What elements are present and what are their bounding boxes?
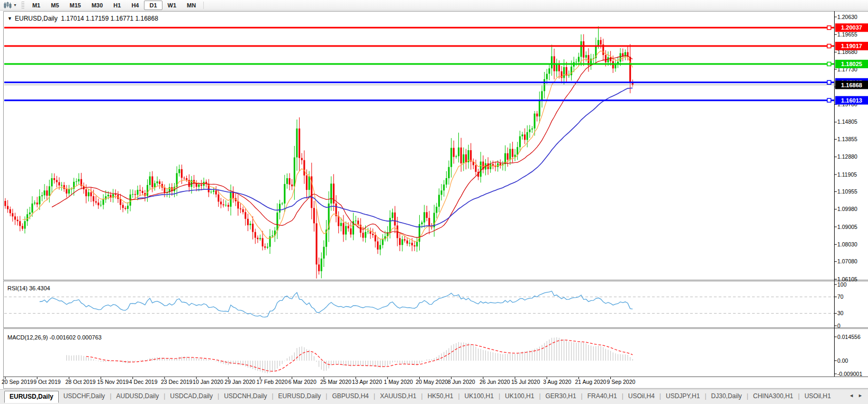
svg-text:1.16868: 1.16868 xyxy=(841,82,862,88)
chart-tab-dj30-daily[interactable]: DJ30,Daily xyxy=(707,391,747,402)
chart-window[interactable]: 1.206301.196551.186801.177301.167551.157… xyxy=(0,11,868,389)
date-axis-label: 10 Jan 2020 xyxy=(193,379,223,385)
rsi-axis-label: 0 xyxy=(837,323,840,329)
timeframe-button-m5[interactable]: M5 xyxy=(46,1,64,10)
timeframe-button-m30[interactable]: M30 xyxy=(86,1,108,10)
date-axis-label: 13 Apr 2020 xyxy=(352,379,382,385)
chart-tab-bar: EURUSD,DailyUSDCHF,Daily|AUDUSD,Daily|US… xyxy=(0,389,868,404)
tabs-scroll-right-icon[interactable]: ► xyxy=(858,393,863,398)
chevron-down-icon[interactable]: ▼ xyxy=(13,3,17,7)
date-axis-label: 23 Dec 2019 xyxy=(161,379,193,385)
date-axis-label: 1 May 2020 xyxy=(384,379,413,385)
chart-tab-usdjpy-h1[interactable]: USDJPY,H1 xyxy=(661,391,704,402)
price-axis-label: 1.14805 xyxy=(837,118,857,125)
price-axis-label: 1.09005 xyxy=(837,224,857,230)
timeframe-button-d1[interactable]: D1 xyxy=(144,1,162,10)
date-axis-label: 8 Jun 2020 xyxy=(448,379,475,385)
chart-tab-eurusd-daily[interactable]: EURUSD,Daily xyxy=(274,391,326,402)
date-axis-label: 15 Nov 2019 xyxy=(97,379,129,385)
chart-type-button[interactable]: ▼ xyxy=(2,1,19,10)
price-axis-label: 1.10955 xyxy=(837,188,857,195)
macd-axis-label: 0.014556 xyxy=(837,334,861,340)
macd-axis-label: -0.009001 xyxy=(837,371,862,377)
chart-tab-usdcnh-daily[interactable]: USDCNH,Daily xyxy=(219,391,272,402)
date-axis-label: 3 Aug 2020 xyxy=(543,379,571,385)
tabs-scroll-left-icon[interactable]: ◄ xyxy=(849,393,854,398)
svg-text:1.20037: 1.20037 xyxy=(841,24,862,31)
price-axis-label: 1.07080 xyxy=(837,258,857,264)
chart-tab-hk50-h1[interactable]: HK50,H1 xyxy=(423,391,458,402)
svg-text:1.16013: 1.16013 xyxy=(841,97,862,104)
timeframe-button-h1[interactable]: H1 xyxy=(108,1,126,10)
timeframe-toolbar: ▼ M1M5M15M30H1H4D1W1MN xyxy=(0,0,868,11)
chart-tab-audusd-daily[interactable]: AUDUSD,Daily xyxy=(112,391,164,402)
date-axis-label: 26 Jun 2020 xyxy=(480,379,510,385)
date-axis-label: 6 Mar 2020 xyxy=(288,379,317,385)
date-axis-label: 4 Dec 2019 xyxy=(129,379,158,385)
hline-handle[interactable] xyxy=(827,62,831,66)
window-menu-caret-icon[interactable]: ▼ xyxy=(7,16,12,21)
chart-tab-china300-h1[interactable]: CHINA300,H1 xyxy=(748,391,798,402)
macd-axis-label: 0.00 xyxy=(837,357,848,364)
date-axis-label: 9 Oct 2019 xyxy=(33,379,61,385)
hline-handle[interactable] xyxy=(827,98,831,102)
macd-label: MACD(12,26,9) -0.001602 0.000763 xyxy=(7,334,102,341)
svg-text:1.19017: 1.19017 xyxy=(841,43,862,49)
rsi-axis-label: 70 xyxy=(837,293,844,300)
date-axis-label: 28 Oct 2019 xyxy=(65,379,95,385)
chart-tab-usdcad-daily[interactable]: USDCAD,Daily xyxy=(165,391,218,402)
rsi-label: RSI(14) 36.4304 xyxy=(7,285,50,291)
price-axis-label: 1.11905 xyxy=(837,171,857,178)
rsi-axis-label: 100 xyxy=(837,281,847,288)
chart-tab-usoil-h1[interactable]: USOil,H1 xyxy=(800,391,836,402)
chart-tab-uk100-h1[interactable]: UK100,H1 xyxy=(500,391,539,402)
date-axis-label: 21 Aug 2020 xyxy=(575,379,606,385)
price-axis-label: 1.19655 xyxy=(837,31,857,38)
hline-handle[interactable] xyxy=(827,44,831,48)
chart-tab-eurusd-daily[interactable]: EURUSD,Daily xyxy=(4,391,59,403)
timeframe-button-m15[interactable]: M15 xyxy=(65,1,86,10)
date-axis-label: 17 Feb 2020 xyxy=(257,379,288,385)
date-axis-label: 9 Sep 2020 xyxy=(607,379,636,385)
price-chart-canvas[interactable]: 1.206301.196551.186801.177301.167551.157… xyxy=(0,11,868,389)
timeframe-button-m1[interactable]: M1 xyxy=(27,1,46,10)
chart-tab-usdchf-daily[interactable]: USDCHF,Daily xyxy=(59,391,110,402)
date-axis-label: 15 Jul 2020 xyxy=(511,379,540,385)
chart-title: EURUSD,Daily 1.17014 1.17159 1.16771 1.1… xyxy=(15,15,158,22)
price-axis-label: 1.09980 xyxy=(837,206,857,212)
date-axis-label: 25 Mar 2020 xyxy=(320,379,351,385)
chart-tab-ger30-h1[interactable]: GER30,H1 xyxy=(541,391,581,402)
price-axis-label: 1.13855 xyxy=(837,136,857,142)
candlestick-chart-icon xyxy=(4,2,12,9)
toolbar-grip[interactable] xyxy=(21,2,24,9)
toolbar-separator xyxy=(203,2,204,9)
price-axis-label: 1.08030 xyxy=(837,241,857,247)
date-axis-label: 20 May 2020 xyxy=(416,379,448,385)
hline-handle[interactable] xyxy=(827,26,831,30)
chart-tab-fra40-h1[interactable]: FRA40,H1 xyxy=(583,391,622,402)
chart-tab-uk100-h1[interactable]: UK100,H1 xyxy=(460,391,499,402)
date-axis-label: 20 Sep 2019 xyxy=(2,379,33,385)
chart-tab-usoil-h4[interactable]: USOil,H4 xyxy=(623,391,659,402)
price-axis-label: 1.20630 xyxy=(837,14,857,20)
timeframe-button-mn[interactable]: MN xyxy=(182,1,201,10)
timeframe-button-h4[interactable]: H4 xyxy=(126,1,144,10)
chart-tab-gbpusd-h4[interactable]: GBPUSD,H4 xyxy=(327,391,373,402)
rsi-axis-label: 30 xyxy=(837,310,844,316)
price-axis-label: 1.12880 xyxy=(837,153,857,160)
svg-text:1.18025: 1.18025 xyxy=(841,61,862,67)
chart-tab-xauusd-h1[interactable]: XAUUSD,H1 xyxy=(375,391,421,402)
hline-handle[interactable] xyxy=(827,80,831,84)
date-axis-label: 29 Jan 2020 xyxy=(224,379,255,385)
timeframe-button-w1[interactable]: W1 xyxy=(162,1,182,10)
